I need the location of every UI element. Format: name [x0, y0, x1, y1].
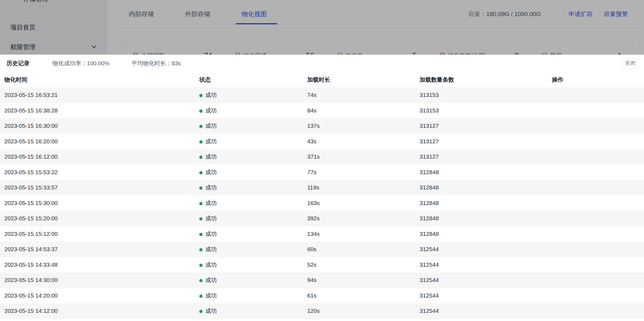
cell-status: 成功 — [199, 122, 217, 130]
cell-duration: 43s — [307, 138, 317, 145]
cell-count: 313127 — [420, 153, 439, 160]
close-button[interactable]: 关闭 — [622, 58, 638, 68]
cell-time: 2023-05-15 14:12:00 — [4, 308, 58, 314]
success-dot-icon — [199, 202, 203, 205]
status-text: 成功 — [205, 215, 217, 221]
status-text: 成功 — [205, 153, 217, 160]
status-text: 成功 — [205, 138, 217, 144]
status-text: 成功 — [205, 184, 217, 191]
cell-time: 2023-05-15 14:30:00 — [4, 277, 58, 283]
cell-time: 2023-05-15 16:30:00 — [4, 123, 58, 129]
avg-duration-value: 83s — [172, 60, 181, 67]
cell-count: 312848 — [420, 215, 439, 222]
table-row: 2023-05-15 14:12:00 成功 120s 312544 — [0, 303, 644, 319]
table-row: 2023-05-15 15:30:00 成功 163s 312848 — [0, 195, 644, 211]
cell-duration: 134s — [307, 231, 320, 237]
success-dot-icon — [199, 295, 203, 298]
cell-time: 2023-05-15 16:38:28 — [4, 107, 58, 114]
success-dot-icon — [199, 248, 203, 251]
cell-count: 312544 — [420, 246, 439, 252]
success-dot-icon — [199, 125, 203, 128]
cell-status: 成功 — [199, 138, 217, 145]
cell-count: 312848 — [420, 200, 439, 206]
success-dot-icon — [199, 233, 203, 236]
cell-count: 312848 — [420, 169, 439, 176]
success-dot-icon — [199, 217, 203, 221]
status-text: 成功 — [205, 123, 217, 129]
cell-count: 312848 — [420, 231, 439, 237]
table-row: 2023-05-15 15:20:00 成功 392s 312848 — [0, 211, 644, 226]
cell-duration: 84s — [307, 107, 317, 114]
cell-time: 2023-05-15 14:53:37 — [4, 246, 58, 252]
cell-duration: 120s — [307, 308, 320, 314]
cell-status: 成功 — [199, 292, 217, 299]
cell-count: 313153 — [420, 107, 439, 114]
cell-status: 成功 — [199, 215, 217, 222]
cell-status: 成功 — [199, 107, 217, 114]
cell-duration: 137s — [307, 123, 320, 129]
cell-time: 2023-05-15 16:53:21 — [4, 92, 58, 98]
status-text: 成功 — [205, 92, 217, 98]
avg-duration: 平均物化时长：83s — [131, 55, 181, 72]
cell-time: 2023-05-15 15:33:57 — [4, 184, 58, 191]
cell-time: 2023-05-15 16:20:00 — [4, 138, 58, 145]
cell-status: 成功 — [199, 91, 217, 99]
cell-time: 2023-05-15 15:30:00 — [4, 200, 58, 206]
cell-duration: 392s — [307, 215, 320, 222]
table-row: 2023-05-15 15:33:57 成功 119s 312848 — [0, 180, 644, 195]
table-row: 2023-05-15 16:30:00 成功 137s 313127 — [0, 118, 644, 134]
cell-duration: 77s — [307, 169, 317, 176]
cell-duration: 61s — [307, 292, 317, 299]
success-dot-icon — [199, 186, 203, 190]
cell-status: 成功 — [199, 153, 217, 160]
success-dot-icon — [199, 310, 203, 313]
cell-duration: 52s — [307, 261, 317, 268]
cell-status: 成功 — [199, 245, 217, 253]
cell-status: 成功 — [199, 184, 217, 191]
cell-status: 成功 — [199, 199, 217, 207]
table-row: 2023-05-15 16:38:28 成功 84s 313153 — [0, 103, 644, 118]
success-rate-value: 100.00% — [87, 60, 110, 67]
table-row: 2023-05-15 14:33:48 成功 52s 312544 — [0, 257, 644, 273]
status-text: 成功 — [205, 200, 217, 206]
cell-count: 312848 — [420, 184, 439, 191]
table-row: 2023-05-15 15:12:00 成功 134s 312848 — [0, 226, 644, 242]
status-text: 成功 — [205, 246, 217, 252]
success-dot-icon — [199, 140, 203, 144]
cell-count: 312544 — [420, 292, 439, 299]
table-row: 2023-05-15 16:53:21 成功 74s 313153 — [0, 87, 644, 103]
cell-status: 成功 — [199, 261, 217, 269]
status-text: 成功 — [205, 261, 217, 268]
table-body: 2023-05-15 16:53:21 成功 74s 313153 2023-0… — [0, 87, 644, 319]
status-text: 成功 — [205, 231, 217, 237]
success-dot-icon — [199, 109, 203, 113]
cell-count: 312544 — [420, 277, 439, 283]
status-text: 成功 — [205, 169, 217, 175]
success-dot-icon — [199, 156, 203, 159]
table-row: 2023-05-15 15:53:22 成功 77s 312848 — [0, 165, 644, 180]
table-header: 物化时间 状态 加载时长 加载数量条数 操作 — [0, 72, 644, 88]
table-row: 2023-05-15 14:20:00 成功 61s 312544 — [0, 288, 644, 304]
success-dot-icon — [199, 279, 203, 282]
col-duration: 加载时长 — [307, 76, 330, 84]
cell-status: 成功 — [199, 230, 217, 238]
cell-status: 成功 — [199, 168, 217, 176]
table-row: 2023-05-15 16:20:00 成功 43s 313127 — [0, 134, 644, 149]
status-text: 成功 — [205, 292, 217, 299]
status-text: 成功 — [205, 277, 217, 283]
cell-duration: 60s — [307, 246, 317, 252]
col-time: 物化时间 — [4, 76, 27, 84]
col-action: 操作 — [552, 76, 563, 84]
cell-status: 成功 — [199, 307, 217, 315]
cell-count: 313153 — [420, 92, 439, 98]
cell-time: 2023-05-15 15:12:00 — [4, 231, 58, 237]
success-dot-icon — [199, 94, 203, 97]
table-row: 2023-05-15 14:30:00 成功 94s 312544 — [0, 272, 644, 288]
app-root: 存储管理 项目首页 权限管理 内部存储 外部存储 物化视图 容量：180.09G… — [0, 0, 644, 321]
cell-time: 2023-05-15 15:20:00 — [4, 215, 58, 222]
cell-status: 成功 — [199, 276, 217, 284]
cell-count: 313127 — [420, 123, 439, 129]
success-dot-icon — [199, 264, 203, 267]
cell-time: 2023-05-15 14:33:48 — [4, 261, 58, 268]
cell-time: 2023-05-15 14:20:00 — [4, 292, 58, 299]
